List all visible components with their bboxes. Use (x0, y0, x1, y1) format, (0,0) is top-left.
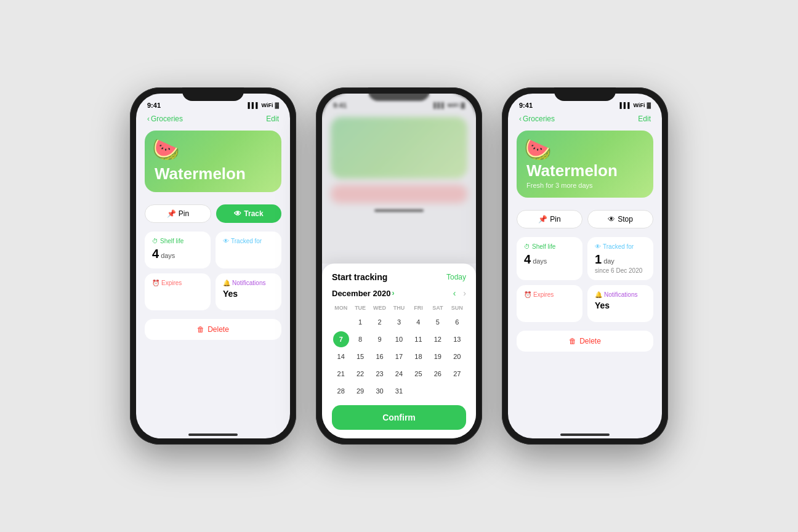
cal-day-1[interactable]: 1 (352, 314, 368, 330)
modal-sheet-2: Start tracking Today December 2020 › ‹ › (322, 264, 476, 438)
cal-empty-4 (449, 383, 465, 399)
phone-1: 9:41 ▌▌▌ WiFi ▓ ‹ Groceries Edit 🍉 (130, 87, 296, 445)
phone-3: 9:41 ▌▌▌ WiFi ▓ ‹ Groceries Edit 🍉 (502, 87, 668, 445)
modal-header-2: Start tracking Today (332, 272, 466, 282)
cal-day-29[interactable]: 29 (352, 383, 368, 399)
cal-day-12[interactable]: 12 (430, 331, 446, 347)
calendar-month-row-2: December 2020 › ‹ › (332, 288, 466, 298)
stop-eye-icon-3: 👁 (608, 215, 615, 224)
expires-icon-3: ⏰ (524, 291, 531, 298)
cal-day-31[interactable]: 31 (391, 383, 407, 399)
notifications-cell-1: 🔔 Notifications Yes (216, 273, 281, 310)
signal-icon-1: ▌▌▌ (248, 102, 259, 108)
shelf-life-value-3: 4 days (524, 252, 575, 267)
back-button-1[interactable]: ‹ Groceries (147, 115, 183, 123)
delete-icon-3: 🗑 (569, 337, 576, 345)
shelf-life-cell-3: ⏱ Shelf life 4 days (517, 237, 582, 280)
expires-icon-1: ⏰ (152, 280, 159, 286)
cal-day-23[interactable]: 23 (372, 366, 388, 382)
notch-1 (182, 87, 244, 101)
cal-day-3[interactable]: 3 (391, 314, 407, 330)
phone-3-inner: 9:41 ▌▌▌ WiFi ▓ ‹ Groceries Edit 🍉 (508, 94, 662, 438)
item-subtitle-3: Fresh for 3 more days (526, 182, 643, 189)
edit-button-3[interactable]: Edit (638, 115, 651, 123)
cal-day-15[interactable]: 15 (352, 349, 368, 365)
phone-1-content: 🍉 Watermelon 📌 Pin 👁 Track (136, 127, 290, 430)
notif-icon-3: 🔔 (595, 291, 602, 298)
tracked-for-label-1: 👁 Tracked for (223, 238, 274, 244)
cal-day-14[interactable]: 14 (333, 349, 349, 365)
watermelon-emoji-1: 🍉 (152, 137, 180, 163)
pin-button-3[interactable]: 📌 Pin (517, 210, 582, 228)
calendar-nav-2: ‹ › (453, 288, 466, 298)
wifi-icon-3: WiFi (634, 102, 645, 108)
status-icons-3: ▌▌▌ WiFi ▓ (619, 102, 651, 108)
info-grid-1: ⏱ Shelf life 4 days 👁 Tracked for (145, 232, 281, 310)
cal-day-13[interactable]: 13 (449, 331, 465, 347)
tracked-for-cell-1: 👁 Tracked for (216, 232, 281, 268)
cal-day-9[interactable]: 9 (372, 331, 388, 347)
col-wed: WED (371, 303, 389, 313)
notifications-value-1: Yes (223, 289, 274, 299)
cal-day-25[interactable]: 25 (410, 366, 426, 382)
status-time-3: 9:41 (519, 102, 533, 109)
status-time-1: 9:41 (147, 102, 161, 109)
notifications-label-3: 🔔 Notifications (595, 291, 646, 298)
stop-label-3: Stop (618, 215, 633, 224)
shelf-icon-1: ⏱ (152, 238, 158, 244)
cal-day-20[interactable]: 20 (449, 349, 465, 365)
cal-day-10[interactable]: 10 (391, 331, 407, 347)
prev-month-button-2[interactable]: ‹ (453, 288, 456, 298)
back-button-3[interactable]: ‹ Groceries (519, 115, 555, 123)
shelf-life-label-3: ⏱ Shelf life (524, 243, 575, 250)
cal-day-8[interactable]: 8 (352, 331, 368, 347)
modal-today-2[interactable]: Today (446, 273, 466, 281)
action-row-3: 📌 Pin 👁 Stop (517, 210, 653, 228)
confirm-button-2[interactable]: Confirm (332, 405, 466, 430)
cal-day-headers-2: MON TUE WED THU FRI SAT SUN 1 2 3 4 5 (332, 303, 466, 399)
cal-day-22[interactable]: 22 (352, 366, 368, 382)
cal-empty-3 (430, 383, 446, 399)
back-label-3: Groceries (523, 115, 555, 123)
home-indicator-3 (560, 433, 610, 436)
cal-day-4[interactable]: 4 (410, 314, 426, 330)
cal-day-24[interactable]: 24 (391, 366, 407, 382)
track-label-1: Track (244, 209, 263, 218)
delete-button-3[interactable]: 🗑 Delete (517, 331, 653, 352)
cal-day-6[interactable]: 6 (449, 314, 465, 330)
shelf-icon-3: ⏱ (524, 243, 530, 250)
delete-icon-1: 🗑 (197, 325, 204, 334)
shelf-life-cell-1: ⏱ Shelf life 4 days (145, 232, 211, 268)
col-sun: SUN (448, 303, 466, 313)
phone-2: 9:41 ▌▌▌ WiFi ▓ Start tracking Today (316, 87, 482, 445)
cal-day-19[interactable]: 19 (430, 349, 446, 365)
cal-day-11[interactable]: 11 (410, 331, 426, 347)
cal-day-2[interactable]: 2 (372, 314, 388, 330)
cal-day-5[interactable]: 5 (430, 314, 446, 330)
expires-cell-1: ⏰ Expires (145, 273, 211, 310)
cal-day-26[interactable]: 26 (430, 366, 446, 382)
cal-day-16[interactable]: 16 (372, 349, 388, 365)
tracked-for-cell-3: 👁 Tracked for 1 day since 6 Dec 2020 (587, 237, 653, 280)
cal-day-7[interactable]: 7 (333, 331, 349, 347)
back-chevron-icon-1: ‹ (147, 115, 150, 123)
scene: 9:41 ▌▌▌ WiFi ▓ ‹ Groceries Edit 🍉 (105, 63, 693, 469)
cal-day-27[interactable]: 27 (449, 366, 465, 382)
cal-day-17[interactable]: 17 (391, 349, 407, 365)
cal-day-21[interactable]: 21 (333, 366, 349, 382)
notifications-value-3: Yes (595, 300, 646, 310)
pin-icon-1: 📌 (167, 209, 176, 218)
edit-button-1[interactable]: Edit (266, 115, 279, 123)
track-button-1[interactable]: 👁 Track (216, 204, 281, 223)
battery-icon-1: ▓ (275, 102, 279, 108)
pin-button-1[interactable]: 📌 Pin (145, 204, 211, 223)
cal-day-30[interactable]: 30 (372, 383, 388, 399)
modal-overlay-2: Start tracking Today December 2020 › ‹ › (322, 94, 476, 438)
cal-day-18[interactable]: 18 (410, 349, 426, 365)
delete-button-1[interactable]: 🗑 Delete (145, 319, 281, 340)
col-thu: THU (390, 303, 408, 313)
cal-day-28[interactable]: 28 (333, 383, 349, 399)
nav-bar-1: ‹ Groceries Edit (136, 113, 290, 127)
stop-button-3[interactable]: 👁 Stop (587, 210, 653, 228)
next-month-button-2[interactable]: › (463, 288, 466, 298)
